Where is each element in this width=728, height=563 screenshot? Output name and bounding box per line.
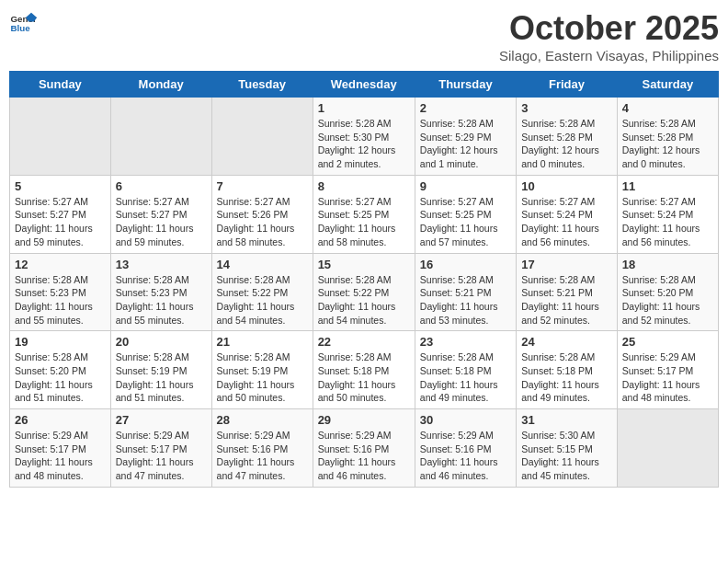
day-info: Sunrise: 5:28 AMSunset: 5:20 PMDaylight:…	[15, 350, 106, 405]
weekday-header: Thursday	[415, 72, 516, 98]
weekday-header: Friday	[517, 72, 618, 98]
calendar-cell	[211, 98, 313, 176]
calendar-cell	[10, 98, 111, 176]
calendar-cell: 8Sunrise: 5:27 AMSunset: 5:25 PMDaylight…	[313, 175, 415, 253]
calendar-cell: 13Sunrise: 5:28 AMSunset: 5:23 PMDayligh…	[110, 253, 211, 331]
day-number: 19	[15, 335, 106, 349]
day-info: Sunrise: 5:28 AMSunset: 5:30 PMDaylight:…	[318, 117, 410, 171]
day-number: 2	[420, 101, 511, 115]
day-info: Sunrise: 5:28 AMSunset: 5:28 PMDaylight:…	[622, 117, 713, 171]
day-number: 15	[318, 258, 410, 271]
calendar-cell: 2Sunrise: 5:28 AMSunset: 5:29 PMDaylight…	[415, 98, 516, 176]
calendar-cell: 21Sunrise: 5:28 AMSunset: 5:19 PMDayligh…	[211, 331, 313, 409]
weekday-header: Monday	[110, 72, 211, 98]
day-info: Sunrise: 5:28 AMSunset: 5:20 PMDaylight:…	[622, 273, 713, 327]
day-info: Sunrise: 5:28 AMSunset: 5:23 PMDaylight:…	[15, 273, 106, 327]
calendar-week-row: 1Sunrise: 5:28 AMSunset: 5:30 PMDaylight…	[10, 98, 719, 176]
calendar-cell	[110, 98, 211, 176]
day-number: 23	[420, 335, 511, 349]
logo-icon: General Blue	[9, 9, 37, 37]
weekday-header: Saturday	[617, 72, 718, 98]
calendar-cell: 15Sunrise: 5:28 AMSunset: 5:22 PMDayligh…	[313, 253, 415, 331]
calendar-cell: 18Sunrise: 5:28 AMSunset: 5:20 PMDayligh…	[617, 253, 718, 331]
calendar-cell: 23Sunrise: 5:28 AMSunset: 5:18 PMDayligh…	[415, 331, 516, 409]
logo: General Blue	[9, 9, 37, 37]
location-subtitle: Silago, Eastern Visayas, Philippines	[499, 48, 719, 63]
calendar-cell: 4Sunrise: 5:28 AMSunset: 5:28 PMDaylight…	[617, 98, 718, 176]
day-number: 22	[318, 335, 410, 349]
day-number: 3	[521, 101, 612, 115]
calendar-cell: 16Sunrise: 5:28 AMSunset: 5:21 PMDayligh…	[415, 253, 516, 331]
day-info: Sunrise: 5:28 AMSunset: 5:21 PMDaylight:…	[521, 273, 612, 327]
weekday-header: Tuesday	[211, 72, 313, 98]
calendar-cell: 30Sunrise: 5:29 AMSunset: 5:16 PMDayligh…	[415, 409, 516, 488]
svg-text:Blue: Blue	[11, 23, 31, 33]
day-number: 6	[116, 179, 207, 193]
calendar-cell: 9Sunrise: 5:27 AMSunset: 5:25 PMDaylight…	[415, 175, 516, 253]
day-info: Sunrise: 5:29 AMSunset: 5:16 PMDaylight:…	[420, 429, 511, 483]
calendar-cell: 1Sunrise: 5:28 AMSunset: 5:30 PMDaylight…	[313, 98, 415, 176]
day-info: Sunrise: 5:29 AMSunset: 5:17 PMDaylight:…	[622, 350, 713, 405]
calendar-cell: 29Sunrise: 5:29 AMSunset: 5:16 PMDayligh…	[313, 409, 415, 488]
day-number: 31	[521, 413, 612, 427]
calendar-cell: 27Sunrise: 5:29 AMSunset: 5:17 PMDayligh…	[110, 409, 211, 488]
day-number: 13	[116, 258, 207, 271]
day-number: 16	[420, 258, 511, 271]
day-info: Sunrise: 5:27 AMSunset: 5:24 PMDaylight:…	[622, 195, 713, 249]
day-info: Sunrise: 5:28 AMSunset: 5:29 PMDaylight:…	[420, 117, 511, 171]
day-number: 21	[217, 335, 308, 349]
calendar-cell: 11Sunrise: 5:27 AMSunset: 5:24 PMDayligh…	[617, 175, 718, 253]
day-number: 25	[622, 335, 713, 349]
calendar-week-row: 19Sunrise: 5:28 AMSunset: 5:20 PMDayligh…	[10, 331, 719, 409]
day-info: Sunrise: 5:28 AMSunset: 5:22 PMDaylight:…	[217, 273, 308, 327]
day-number: 14	[217, 258, 308, 271]
calendar-cell: 3Sunrise: 5:28 AMSunset: 5:28 PMDaylight…	[517, 98, 618, 176]
day-number: 17	[521, 258, 612, 271]
calendar-cell: 7Sunrise: 5:27 AMSunset: 5:26 PMDaylight…	[211, 175, 313, 253]
calendar-cell: 20Sunrise: 5:28 AMSunset: 5:19 PMDayligh…	[110, 331, 211, 409]
day-number: 24	[521, 335, 612, 349]
calendar-cell: 25Sunrise: 5:29 AMSunset: 5:17 PMDayligh…	[617, 331, 718, 409]
day-info: Sunrise: 5:28 AMSunset: 5:23 PMDaylight:…	[116, 273, 207, 327]
calendar-cell: 28Sunrise: 5:29 AMSunset: 5:16 PMDayligh…	[211, 409, 313, 488]
day-info: Sunrise: 5:27 AMSunset: 5:26 PMDaylight:…	[217, 195, 308, 249]
day-info: Sunrise: 5:28 AMSunset: 5:21 PMDaylight:…	[420, 273, 511, 327]
day-number: 27	[116, 413, 207, 427]
day-info: Sunrise: 5:27 AMSunset: 5:25 PMDaylight:…	[318, 195, 410, 249]
calendar-cell: 10Sunrise: 5:27 AMSunset: 5:24 PMDayligh…	[517, 175, 618, 253]
month-title: October 2025	[499, 9, 719, 48]
day-number: 11	[622, 179, 713, 193]
day-info: Sunrise: 5:30 AMSunset: 5:15 PMDaylight:…	[521, 429, 612, 483]
day-number: 4	[622, 101, 713, 115]
weekday-header-row: SundayMondayTuesdayWednesdayThursdayFrid…	[10, 72, 719, 98]
calendar-cell: 22Sunrise: 5:28 AMSunset: 5:18 PMDayligh…	[313, 331, 415, 409]
day-number: 28	[217, 413, 308, 427]
day-info: Sunrise: 5:27 AMSunset: 5:24 PMDaylight:…	[521, 195, 612, 249]
day-info: Sunrise: 5:28 AMSunset: 5:19 PMDaylight:…	[217, 350, 308, 405]
calendar-cell: 26Sunrise: 5:29 AMSunset: 5:17 PMDayligh…	[10, 409, 111, 488]
day-info: Sunrise: 5:28 AMSunset: 5:28 PMDaylight:…	[521, 117, 612, 171]
day-number: 8	[318, 179, 410, 193]
day-number: 9	[420, 179, 511, 193]
day-info: Sunrise: 5:29 AMSunset: 5:17 PMDaylight:…	[116, 429, 207, 483]
day-number: 7	[217, 179, 308, 193]
day-info: Sunrise: 5:29 AMSunset: 5:16 PMDaylight:…	[217, 429, 308, 483]
calendar-week-row: 12Sunrise: 5:28 AMSunset: 5:23 PMDayligh…	[10, 253, 719, 331]
weekday-header: Sunday	[10, 72, 111, 98]
day-info: Sunrise: 5:29 AMSunset: 5:17 PMDaylight:…	[15, 429, 106, 483]
calendar-cell: 24Sunrise: 5:28 AMSunset: 5:18 PMDayligh…	[517, 331, 618, 409]
day-number: 20	[116, 335, 207, 349]
calendar-cell	[617, 409, 718, 488]
day-info: Sunrise: 5:28 AMSunset: 5:18 PMDaylight:…	[521, 350, 612, 405]
calendar-week-row: 5Sunrise: 5:27 AMSunset: 5:27 PMDaylight…	[10, 175, 719, 253]
day-number: 12	[15, 258, 106, 271]
day-number: 5	[15, 179, 106, 193]
day-info: Sunrise: 5:27 AMSunset: 5:27 PMDaylight:…	[116, 195, 207, 249]
calendar-cell: 5Sunrise: 5:27 AMSunset: 5:27 PMDaylight…	[10, 175, 111, 253]
calendar-cell: 6Sunrise: 5:27 AMSunset: 5:27 PMDaylight…	[110, 175, 211, 253]
calendar-week-row: 26Sunrise: 5:29 AMSunset: 5:17 PMDayligh…	[10, 409, 719, 488]
calendar-cell: 19Sunrise: 5:28 AMSunset: 5:20 PMDayligh…	[10, 331, 111, 409]
day-info: Sunrise: 5:29 AMSunset: 5:16 PMDaylight:…	[318, 429, 410, 483]
calendar-table: SundayMondayTuesdayWednesdayThursdayFrid…	[9, 71, 719, 488]
day-info: Sunrise: 5:28 AMSunset: 5:18 PMDaylight:…	[318, 350, 410, 405]
